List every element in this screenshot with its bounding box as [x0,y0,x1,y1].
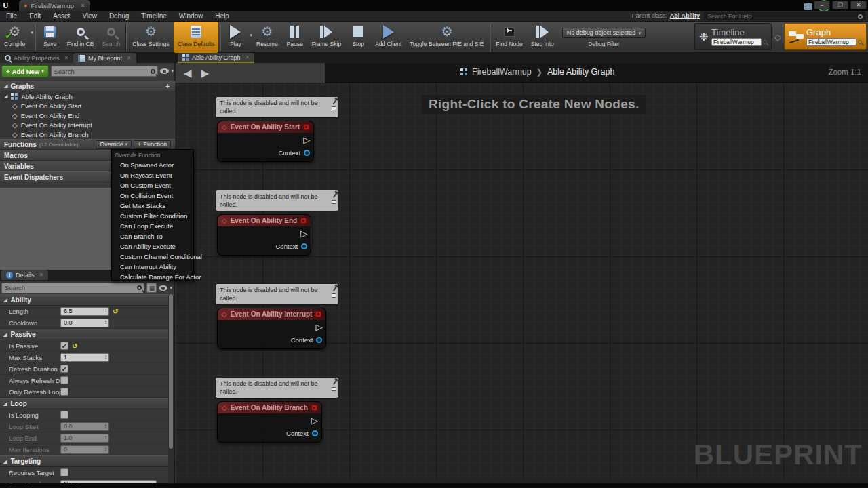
only-refresh-checkbox[interactable] [60,388,68,396]
node-event-on-ability-end[interactable]: ◇Event On Ability End▷Context [217,214,311,256]
toggle-pie-sie-button[interactable]: ⚙ Toggle Between PIE and SIE [406,22,488,53]
spinner-icon[interactable]: ↕ [104,319,107,325]
loop-start-input[interactable]: 0.0↕ [60,422,109,431]
pin-icon[interactable] [333,286,337,291]
save-button[interactable]: Save [37,22,63,53]
override-menu-item-get-max-stacks[interactable]: Get Max Stacks [112,201,193,211]
cooldown-input[interactable]: 0.0↕ [60,319,109,327]
compile-button[interactable]: ⚙✔ Compile [0,22,29,53]
tab-details[interactable]: i Details✕ [1,270,48,280]
graph-canvas[interactable]: Right-Click to Create New Nodes. BLUEPRI… [176,83,868,479]
pin-icon[interactable] [333,380,337,385]
override-menu-item-on-custom-event[interactable]: On Custom Event [112,180,193,190]
override-menu-item-can-interrupt-ability[interactable]: Can Interrupt Ability [112,262,193,272]
find-node-button[interactable]: Find Node [492,22,527,53]
close-icon[interactable]: ✕ [127,55,132,61]
eye-filter-icon[interactable] [160,68,169,74]
details-scrollbar[interactable] [168,294,174,487]
feedback-bubble-icon[interactable] [804,3,812,10]
context-output-pin[interactable] [316,337,322,343]
tree-item-event-on-ability-branch[interactable]: ◇Event On Ability Branch [0,129,175,139]
class-settings-button[interactable]: ⚙ Class Settings [128,22,173,53]
restore-button[interactable]: ❐ [832,1,848,9]
menu-item-asset[interactable]: Asset [47,11,76,22]
menu-item-debug[interactable]: Debug [103,11,135,22]
window-app-tab[interactable]: ✶ FireballWarmup ✕ [19,0,90,11]
close-icon[interactable]: ✕ [81,3,85,9]
override-menu-item-custom-filter-condition[interactable]: Custom Filter Condition [112,211,193,221]
breadcrumb-root[interactable]: FireballWarmup [472,67,532,77]
menu-item-view[interactable]: View [76,11,103,22]
pin-icon[interactable] [333,192,337,198]
graphs-section-header[interactable]: ◢ Graphs + [0,81,175,92]
class-defaults-button[interactable]: Class Defaults [174,22,219,53]
blueprint-search-input[interactable] [51,66,159,77]
override-dropdown-button[interactable]: Override▾ [96,140,132,149]
override-menu-item-custom-channel-conditional[interactable]: Custom Channel Conditional [112,251,193,262]
length-input[interactable]: 6.5↕ [60,307,109,316]
compile-dropdown-caret[interactable]: ▾ [31,30,33,35]
override-menu-item-calculate-damage-for-actor[interactable]: Calculate Damage For Actor [112,272,193,282]
refresh-duration-checkbox[interactable]: ✓ [60,365,68,373]
menu-item-help[interactable]: Help [209,11,235,22]
step-into-button[interactable]: Step Into [527,22,558,53]
resume-button[interactable]: ⚙ Resume [252,22,282,53]
add-client-button[interactable]: Add Client [371,22,406,53]
close-icon[interactable]: ✕ [39,272,44,278]
property-matrix-icon[interactable]: ▦ [146,283,157,293]
tab-ability-properties[interactable]: Ability Properties✕ [0,53,73,63]
graph-editor[interactable]: ◀ ▶ FireballWarmup ❯ Able Ability Graph … [176,63,868,483]
add-function-button[interactable]: +Function [134,140,171,149]
is-looping-checkbox[interactable] [60,411,68,419]
override-menu-item-on-raycast-event[interactable]: On Raycast Event [112,170,193,180]
override-menu-item-can-loop-execute[interactable]: Can Loop Execute [112,221,193,231]
exec-output-pin[interactable]: ▷ [300,230,307,238]
requires-target-checkbox[interactable] [60,468,68,476]
menu-item-file[interactable]: File [0,11,23,22]
filter-caret[interactable]: ▾ [171,68,174,74]
passive-section-header[interactable]: ◢Passive [0,329,174,340]
close-icon[interactable]: ✕ [245,54,250,60]
targeting-section-header[interactable]: ◢Targeting [0,455,174,467]
menu-item-window[interactable]: Window [173,11,210,22]
help-search-input[interactable] [704,12,865,20]
max-iterations-input[interactable]: 0↕ [60,445,109,454]
node-header[interactable]: ◇Event On Ability Start [218,121,313,133]
node-event-on-ability-branch[interactable]: ◇Event On Ability Branch▷Context [217,401,322,443]
minimize-button[interactable]: – [814,1,830,9]
forward-arrow-icon[interactable]: ▶ [201,67,210,79]
play-button[interactable]: Play [222,22,248,53]
search-button[interactable]: Search [98,22,124,53]
node-header[interactable]: ◇Event On Ability End [218,215,311,226]
revert-icon[interactable]: ↺ [113,308,118,315]
override-menu-item-can-ability-execute[interactable]: Can Ability Execute [112,241,193,251]
close-button[interactable]: ✕ [850,1,867,9]
node-header[interactable]: ◇Event On Ability Interrupt [218,308,326,320]
override-menu-item-can-branch-to[interactable]: Can Branch To [112,231,193,241]
graph-mode-button[interactable]: Graph [784,23,867,50]
graph-search-input[interactable] [806,38,856,46]
tree-item-event-on-ability-start[interactable]: ◇Event On Ability Start [0,101,175,110]
override-menu-item-on-spawned-actor[interactable]: On Spawned Actor [112,160,193,170]
tab-my-blueprint[interactable]: My Blueprint✕ [73,53,136,63]
context-output-pin[interactable] [301,243,307,249]
is-passive-checkbox[interactable]: ✓ [60,342,68,350]
add-graph-plus-icon[interactable]: + [165,83,170,90]
scrollbar-thumb[interactable] [169,294,173,449]
node-event-on-ability-start[interactable]: ◇Event On Ability Start▷Context [217,121,314,162]
find-in-cb-button[interactable]: Find in CB [63,22,98,53]
tree-item-event-on-ability-interrupt[interactable]: ◇Event On Ability Interrupt [0,120,175,129]
loop-section-header[interactable]: ◢Loop [0,398,174,409]
override-menu-item-on-collision-event[interactable]: On Collision Event [112,190,193,201]
spinner-icon[interactable]: ↕ [104,308,107,314]
eye-filter-icon[interactable] [159,285,167,291]
context-output-pin[interactable] [312,430,318,436]
tree-item-event-on-ability-end[interactable]: ◇Event On Ability End [0,110,175,120]
revert-icon[interactable]: ↺ [72,342,77,350]
menu-item-timeline[interactable]: Timeline [135,11,172,22]
max-stacks-input[interactable]: 1↕ [60,353,109,362]
pin-icon[interactable] [333,99,337,104]
tab-able-ability-graph[interactable]: Able Ability Graph✕ [178,53,254,63]
add-new-button[interactable]: + Add New ▾ [1,65,49,77]
back-arrow-icon[interactable]: ◀ [184,67,192,79]
